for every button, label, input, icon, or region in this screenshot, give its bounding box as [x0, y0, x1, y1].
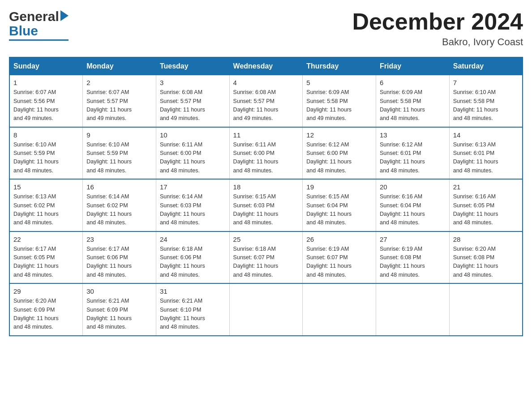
- table-row: 27Sunrise: 6:19 AMSunset: 6:08 PMDayligh…: [376, 231, 450, 284]
- day-number: 2: [86, 79, 152, 86]
- day-info: Sunrise: 6:16 AMSunset: 6:05 PMDaylight:…: [453, 193, 519, 227]
- calendar-week-4: 22Sunrise: 6:17 AMSunset: 6:05 PMDayligh…: [9, 231, 523, 284]
- day-number: 8: [13, 131, 79, 139]
- calendar-header: Sunday Monday Tuesday Wednesday Thursday…: [9, 57, 523, 75]
- table-row: 16Sunrise: 6:14 AMSunset: 6:02 PMDayligh…: [83, 179, 156, 231]
- table-row: 17Sunrise: 6:14 AMSunset: 6:03 PMDayligh…: [156, 179, 229, 231]
- day-number: 28: [453, 235, 519, 243]
- day-info: Sunrise: 6:21 AMSunset: 6:10 PMDaylight:…: [160, 297, 226, 332]
- month-title: December 2024: [352, 9, 523, 34]
- day-number: 10: [160, 131, 226, 139]
- table-row: 9Sunrise: 6:10 AMSunset: 5:59 PMDaylight…: [83, 127, 156, 180]
- table-row: 6Sunrise: 6:09 AMSunset: 5:58 PMDaylight…: [376, 75, 450, 127]
- col-tuesday: Tuesday: [156, 57, 229, 75]
- logo: General Blue: [9, 9, 69, 41]
- table-row: [376, 283, 450, 336]
- day-info: Sunrise: 6:16 AMSunset: 6:04 PMDaylight:…: [380, 193, 446, 227]
- day-info: Sunrise: 6:18 AMSunset: 6:07 PMDaylight:…: [233, 245, 299, 280]
- day-info: Sunrise: 6:09 AMSunset: 5:58 PMDaylight:…: [380, 88, 446, 123]
- day-number: 24: [160, 235, 226, 243]
- day-number: 7: [453, 79, 519, 86]
- col-thursday: Thursday: [303, 57, 376, 75]
- table-row: 2Sunrise: 6:07 AMSunset: 5:57 PMDaylight…: [83, 75, 156, 127]
- day-info: Sunrise: 6:11 AMSunset: 6:00 PMDaylight:…: [160, 141, 226, 176]
- day-info: Sunrise: 6:12 AMSunset: 6:00 PMDaylight:…: [306, 141, 372, 176]
- day-info: Sunrise: 6:12 AMSunset: 6:01 PMDaylight:…: [380, 141, 446, 176]
- table-row: [303, 283, 376, 336]
- table-row: 14Sunrise: 6:13 AMSunset: 6:01 PMDayligh…: [449, 127, 523, 180]
- table-row: 19Sunrise: 6:15 AMSunset: 6:04 PMDayligh…: [303, 179, 376, 231]
- table-row: 20Sunrise: 6:16 AMSunset: 6:04 PMDayligh…: [376, 179, 450, 231]
- day-info: Sunrise: 6:10 AMSunset: 5:59 PMDaylight:…: [13, 141, 79, 176]
- day-info: Sunrise: 6:11 AMSunset: 6:00 PMDaylight:…: [233, 141, 299, 176]
- day-info: Sunrise: 6:10 AMSunset: 5:58 PMDaylight:…: [453, 88, 519, 123]
- day-info: Sunrise: 6:07 AMSunset: 5:56 PMDaylight:…: [13, 88, 79, 123]
- calendar-week-2: 8Sunrise: 6:10 AMSunset: 5:59 PMDaylight…: [9, 127, 523, 180]
- day-info: Sunrise: 6:13 AMSunset: 6:02 PMDaylight:…: [13, 193, 79, 227]
- day-info: Sunrise: 6:14 AMSunset: 6:02 PMDaylight:…: [86, 193, 152, 227]
- table-row: 10Sunrise: 6:11 AMSunset: 6:00 PMDayligh…: [156, 127, 229, 180]
- day-number: 14: [453, 131, 519, 139]
- day-info: Sunrise: 6:19 AMSunset: 6:08 PMDaylight:…: [380, 245, 446, 280]
- table-row: 8Sunrise: 6:10 AMSunset: 5:59 PMDaylight…: [9, 127, 83, 180]
- day-number: 5: [306, 79, 372, 86]
- col-monday: Monday: [83, 57, 156, 75]
- table-row: 21Sunrise: 6:16 AMSunset: 6:05 PMDayligh…: [449, 179, 523, 231]
- table-row: 28Sunrise: 6:20 AMSunset: 6:08 PMDayligh…: [449, 231, 523, 284]
- table-row: [229, 283, 303, 336]
- col-friday: Friday: [376, 57, 450, 75]
- calendar-table: Sunday Monday Tuesday Wednesday Thursday…: [9, 57, 523, 336]
- day-info: Sunrise: 6:15 AMSunset: 6:03 PMDaylight:…: [233, 193, 299, 227]
- day-number: 20: [380, 183, 446, 191]
- title-block: December 2024 Bakro, Ivory Coast: [352, 9, 523, 48]
- day-info: Sunrise: 6:21 AMSunset: 6:09 PMDaylight:…: [86, 297, 152, 332]
- day-number: 23: [86, 235, 152, 243]
- day-info: Sunrise: 6:15 AMSunset: 6:04 PMDaylight:…: [306, 193, 372, 227]
- table-row: 11Sunrise: 6:11 AMSunset: 6:00 PMDayligh…: [229, 127, 303, 180]
- day-info: Sunrise: 6:13 AMSunset: 6:01 PMDaylight:…: [453, 141, 519, 176]
- day-number: 12: [306, 131, 372, 139]
- day-info: Sunrise: 6:14 AMSunset: 6:03 PMDaylight:…: [160, 193, 226, 227]
- day-number: 4: [233, 79, 299, 86]
- logo-general-text: General: [9, 9, 59, 24]
- table-row: 5Sunrise: 6:09 AMSunset: 5:58 PMDaylight…: [303, 75, 376, 127]
- table-row: 15Sunrise: 6:13 AMSunset: 6:02 PMDayligh…: [9, 179, 83, 231]
- table-row: 25Sunrise: 6:18 AMSunset: 6:07 PMDayligh…: [229, 231, 303, 284]
- table-row: 31Sunrise: 6:21 AMSunset: 6:10 PMDayligh…: [156, 283, 229, 336]
- day-info: Sunrise: 6:20 AMSunset: 6:09 PMDaylight:…: [13, 297, 79, 332]
- table-row: 30Sunrise: 6:21 AMSunset: 6:09 PMDayligh…: [83, 283, 156, 336]
- calendar-body: 1Sunrise: 6:07 AMSunset: 5:56 PMDaylight…: [9, 75, 523, 336]
- day-info: Sunrise: 6:17 AMSunset: 6:06 PMDaylight:…: [86, 245, 152, 280]
- table-row: 4Sunrise: 6:08 AMSunset: 5:57 PMDaylight…: [229, 75, 303, 127]
- table-row: 7Sunrise: 6:10 AMSunset: 5:58 PMDaylight…: [449, 75, 523, 127]
- day-number: 29: [13, 287, 79, 295]
- table-row: 3Sunrise: 6:08 AMSunset: 5:57 PMDaylight…: [156, 75, 229, 127]
- table-row: 1Sunrise: 6:07 AMSunset: 5:56 PMDaylight…: [9, 75, 83, 127]
- day-info: Sunrise: 6:10 AMSunset: 5:59 PMDaylight:…: [86, 141, 152, 176]
- day-number: 18: [233, 183, 299, 191]
- day-info: Sunrise: 6:08 AMSunset: 5:57 PMDaylight:…: [160, 88, 226, 123]
- table-row: 26Sunrise: 6:19 AMSunset: 6:07 PMDayligh…: [303, 231, 376, 284]
- table-row: 24Sunrise: 6:18 AMSunset: 6:06 PMDayligh…: [156, 231, 229, 284]
- day-number: 15: [13, 183, 79, 191]
- day-number: 1: [13, 79, 79, 86]
- table-row: 12Sunrise: 6:12 AMSunset: 6:00 PMDayligh…: [303, 127, 376, 180]
- calendar-week-1: 1Sunrise: 6:07 AMSunset: 5:56 PMDaylight…: [9, 75, 523, 127]
- day-number: 30: [86, 287, 152, 295]
- day-number: 26: [306, 235, 372, 243]
- day-info: Sunrise: 6:19 AMSunset: 6:07 PMDaylight:…: [306, 245, 372, 280]
- calendar-week-5: 29Sunrise: 6:20 AMSunset: 6:09 PMDayligh…: [9, 283, 523, 336]
- page-header: General Blue December 2024 Bakro, Ivory …: [9, 9, 523, 48]
- day-number: 11: [233, 131, 299, 139]
- day-number: 17: [160, 183, 226, 191]
- header-row: Sunday Monday Tuesday Wednesday Thursday…: [9, 57, 523, 75]
- logo-arrow-icon: [60, 10, 69, 21]
- day-number: 27: [380, 235, 446, 243]
- col-saturday: Saturday: [449, 57, 523, 75]
- logo-blue-text: Blue: [9, 23, 69, 39]
- logo-underline: [9, 39, 69, 41]
- calendar-week-3: 15Sunrise: 6:13 AMSunset: 6:02 PMDayligh…: [9, 179, 523, 231]
- col-sunday: Sunday: [9, 57, 83, 75]
- col-wednesday: Wednesday: [229, 57, 303, 75]
- day-number: 16: [86, 183, 152, 191]
